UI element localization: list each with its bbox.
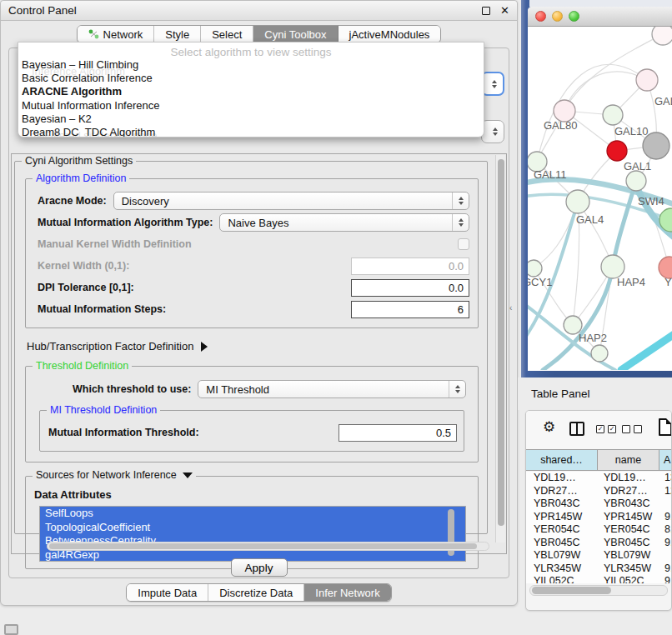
float-window-icon[interactable]	[482, 7, 490, 15]
list-item[interactable]: SelfLoops	[40, 507, 465, 521]
table-row[interactable]: YDR27… YDR27… 12	[526, 485, 671, 498]
cell: YDL19…	[598, 472, 659, 485]
dpi-tolerance-input[interactable]: 0.0	[351, 279, 469, 297]
list-item[interactable]: TopologicalCoefficient	[40, 521, 465, 535]
node-label: HAP4	[617, 276, 645, 288]
kernel-width-input[interactable]: 0.0	[351, 258, 469, 275]
cell: YBR043C	[526, 498, 598, 511]
aracne-mode-label: Aracne Mode:	[38, 195, 107, 207]
tab-discretize-data[interactable]: Discretize Data	[208, 584, 304, 601]
table-row[interactable]: YBL079W YBL079W	[526, 549, 671, 562]
popup-item-mutual-information[interactable]: Mutual Information Inference	[18, 99, 484, 112]
network-window-titlebar[interactable]	[528, 7, 672, 27]
gear-icon[interactable]: ⚙	[543, 420, 555, 434]
columns-icon[interactable]	[569, 422, 584, 436]
cell: YER054C	[598, 523, 659, 537]
show-all-columns-icon[interactable]: ✓ ✓	[596, 425, 616, 433]
mi-algorithm-type-label: Mutual Information Algorithm Type:	[38, 217, 213, 228]
tab-cyni-toolbox[interactable]: Cyni Toolbox	[253, 26, 338, 42]
table-row[interactable]: YBR045C YBR045C 9.	[526, 537, 671, 550]
dpi-tolerance-label: DPI Tolerance [0,1]:	[38, 282, 134, 293]
export-table-icon[interactable]	[659, 418, 672, 436]
node-label: Y	[664, 276, 672, 288]
popup-item-basic-correlation[interactable]: Basic Correlation Inference	[18, 72, 484, 85]
bottom-tabbar: Impute Data Discretize Data Infer Networ…	[1, 583, 517, 602]
splitter-handle[interactable]: ‹	[509, 303, 512, 312]
settings-scrollpane: Cyni Algorithm Settings Algorithm Defini…	[11, 153, 507, 554]
popup-item-dream8[interactable]: Dream8 DC_TDC Algorithm	[18, 126, 484, 138]
stepper-arrows-icon	[449, 381, 465, 398]
network-canvas[interactable]: GAL80 GAL10 GAL1 GAL11 SWI4 GAL4 HAP4 HA…	[528, 27, 672, 370]
kernel-width-label: Kernel Width (0,1):	[38, 260, 129, 272]
popup-item-bayesian-hill-climbing[interactable]: Bayesian – Hill Climbing	[18, 58, 484, 72]
stepper-arrows-icon	[486, 73, 503, 94]
mi-algorithm-type-combo[interactable]: Naive Bayes	[219, 213, 469, 232]
tab-jactivemnodules[interactable]: jActiveMNodules	[339, 26, 441, 42]
table-row[interactable]: YBR043C YBR043C	[526, 498, 671, 511]
column-header-name[interactable]: name	[598, 450, 659, 470]
top-tabstrip: Network Style Select Cyni Toolbox jActiv…	[77, 25, 442, 43]
popup-item-aracne[interactable]: ARACNE Algorithm	[18, 85, 484, 98]
table-row[interactable]: YLR345W YLR345W 9.	[526, 562, 671, 576]
table-header-row: shared… name A	[526, 449, 671, 471]
expander-collapsed-icon	[201, 342, 208, 352]
hide-all-columns-icon[interactable]	[622, 425, 642, 433]
tab-network[interactable]: Network	[78, 26, 155, 42]
data-attributes-label: Data Attributes	[34, 488, 471, 501]
zoom-traffic-light-icon[interactable]	[569, 11, 579, 22]
hub-transcription-factor-expander[interactable]: Hub/Transcription Factor Definition	[27, 340, 479, 352]
node-label: HAP2	[579, 332, 607, 344]
cell: YBR043C	[598, 498, 659, 511]
cell: 8.	[659, 523, 671, 537]
minimize-traffic-light-icon[interactable]	[552, 11, 563, 22]
hidden-combo-fragment	[481, 120, 504, 143]
popup-hint: Select algorithm to view settings	[18, 42, 484, 58]
manual-kernel-width-row: Manual Kernel Width Definition	[38, 234, 469, 254]
aracne-mode-value: Discovery	[122, 195, 169, 208]
apply-button[interactable]: Apply	[231, 558, 288, 577]
table-toolbar: ⚙ ✓ ✓	[526, 411, 671, 449]
which-threshold-combo[interactable]: MI Threshold	[198, 380, 466, 398]
cell: YLR345W	[598, 562, 659, 576]
mi-threshold-label: Mutual Information Threshold:	[48, 427, 199, 438]
top-tabbar: Network Style Select Cyni Toolbox jActiv…	[1, 25, 517, 43]
table-row[interactable]: YER054C YER054C 8.	[526, 523, 671, 537]
popup-item-bayesian-k2[interactable]: Bayesian – K2	[18, 112, 484, 126]
cell: 9.	[659, 511, 671, 524]
stepper-arrows-icon	[452, 192, 469, 209]
node-label: GAL80	[544, 119, 577, 132]
tab-select[interactable]: Select	[201, 26, 253, 42]
table-panel: ⚙ ✓ ✓ shared… name A YDL19… YDL19… 13 YD…	[525, 410, 672, 611]
table-row[interactable]: YPR145W YPR145W 9.	[526, 511, 671, 524]
table-row[interactable]: YDL19… YDL19… 13	[526, 472, 671, 485]
sources-group: Sources for Network Inference Data Attri…	[25, 476, 479, 569]
tab-style[interactable]: Style	[154, 26, 201, 42]
mi-steps-input[interactable]: 6	[351, 301, 469, 318]
column-header-shared-name[interactable]: shared…	[526, 450, 598, 470]
tab-impute-data[interactable]: Impute Data	[127, 584, 208, 601]
collapsed-panel-icon[interactable]	[4, 624, 18, 635]
manual-kernel-width-checkbox[interactable]	[458, 238, 469, 250]
threshold-definition-group: Threshold Definition Which threshold to …	[25, 366, 479, 462]
settings-horizontal-scrollbar[interactable]	[47, 542, 489, 551]
dpi-tolerance-row: DPI Tolerance [0,1]: 0.0	[38, 278, 469, 298]
tab-infer-network[interactable]: Infer Network	[304, 584, 390, 601]
mi-algorithm-type-value: Naive Bayes	[228, 217, 288, 229]
settings-vertical-scrollbar[interactable]	[495, 155, 505, 542]
sources-expander[interactable]: Sources for Network Inference	[36, 469, 193, 481]
column-header-partial[interactable]: A	[659, 450, 671, 470]
table-row[interactable]: YIL052C YIL052C 9.	[526, 575, 671, 583]
cell: YBR045C	[598, 537, 659, 550]
cell	[659, 549, 671, 562]
aracne-mode-combo[interactable]: Discovery	[113, 192, 469, 210]
close-icon[interactable]: ✕	[500, 5, 509, 16]
close-traffic-light-icon[interactable]	[535, 11, 546, 22]
mi-steps-row: Mutual Information Steps: 6	[38, 299, 469, 319]
sources-group-title: Sources for Network Inference	[33, 469, 196, 481]
kernel-width-row: Kernel Width (0,1): 0.0	[38, 256, 469, 276]
tab-discretize-data-label: Discretize Data	[219, 587, 293, 599]
mi-threshold-input[interactable]: 0.5	[339, 424, 457, 442]
cell: YBL079W	[526, 549, 598, 562]
table-horizontal-scrollbar[interactable]	[529, 585, 668, 596]
mi-threshold-definition-group: MI Threshold Definition Mutual Informati…	[39, 410, 464, 452]
